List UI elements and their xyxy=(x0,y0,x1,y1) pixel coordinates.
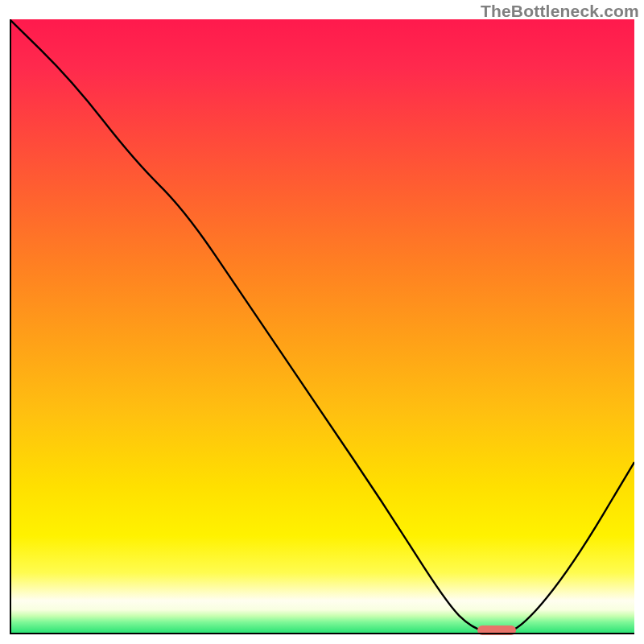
y-axis xyxy=(10,19,11,634)
watermark-text: TheBottleneck.com xyxy=(481,2,639,21)
x-axis xyxy=(10,633,634,634)
chart-container: TheBottleneck.com xyxy=(0,0,644,644)
plot-background xyxy=(10,19,634,634)
